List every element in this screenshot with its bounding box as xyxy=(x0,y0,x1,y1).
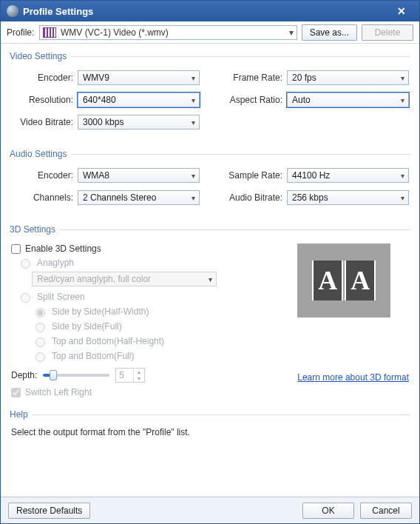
frame-rate-combo[interactable]: 20 fps ▾ xyxy=(287,70,409,85)
footer: Restore Defaults OK Cancel xyxy=(1,497,419,523)
save-as-button[interactable]: Save as... xyxy=(302,24,357,41)
profile-label: Profile: xyxy=(7,27,35,38)
side-half-radio xyxy=(35,308,45,318)
video-settings-group: Video Settings Encoder: WMV9 ▾ Resolutio… xyxy=(10,50,410,141)
cancel-button[interactable]: Cancel xyxy=(360,503,412,519)
resolution-combo[interactable]: 640*480 ▾ xyxy=(78,93,200,107)
enable-3d-label: Enable 3D Settings xyxy=(25,243,101,254)
three-d-preview: A A xyxy=(297,243,390,318)
top-full-label: Top and Bottom(Full) xyxy=(52,351,134,361)
chevron-down-icon: ▾ xyxy=(209,275,212,283)
chevron-down-icon: ▾ xyxy=(401,96,404,104)
cancel-label: Cancel xyxy=(372,505,399,516)
chevron-down-icon: ▾ xyxy=(401,172,404,180)
dialog-window: Profile Settings ✕ Profile: WMV (VC-1) V… xyxy=(0,0,420,524)
slider-thumb-icon xyxy=(50,370,57,380)
chevron-down-icon: ▾ xyxy=(192,172,195,180)
chevron-down-icon: ▾ xyxy=(401,74,404,82)
close-button[interactable]: ✕ xyxy=(390,1,413,21)
save-as-label: Save as... xyxy=(310,27,349,38)
titlebar: Profile Settings ✕ xyxy=(1,1,419,21)
chevron-down-icon: ▾ xyxy=(192,96,195,104)
aspect-ratio-value: Auto xyxy=(292,95,311,105)
anaglyph-mode-combo: Red/cyan anaglyph, full color ▾ xyxy=(32,272,217,286)
chevron-down-icon: ▾ xyxy=(401,194,404,202)
help-legend: Help xyxy=(10,408,28,421)
split-screen-label: Split Screen xyxy=(37,292,85,302)
delete-button: Delete xyxy=(362,24,413,41)
enable-3d-checkbox[interactable] xyxy=(11,244,21,254)
sample-rate-value: 44100 Hz xyxy=(292,170,330,181)
sample-rate-label: Sample Rate: xyxy=(220,170,287,181)
anaglyph-radio xyxy=(21,259,30,269)
depth-value: 5 xyxy=(119,370,124,380)
help-group: Help Select the output format from the "… xyxy=(10,408,410,443)
top-half-radio xyxy=(35,337,45,347)
channels-value: 2 Channels Stereo xyxy=(83,192,156,203)
profile-row: Profile: WMV (VC-1) Video (*.wmv) ▾ Save… xyxy=(1,21,419,44)
audio-bitrate-value: 256 kbps xyxy=(292,192,328,203)
restore-defaults-button[interactable]: Restore Defaults xyxy=(8,503,90,519)
chevron-down-icon: ▾ xyxy=(192,118,195,127)
chevron-down-icon: ▾ xyxy=(192,74,195,82)
switch-left-right-label: Switch Left Right xyxy=(25,387,92,397)
side-half-label: Side by Side(Half-Width) xyxy=(52,306,149,317)
three-d-settings-group: 3D Settings Enable 3D Settings Anaglyph xyxy=(10,223,410,402)
audio-bitrate-label: Audio Bitrate: xyxy=(220,192,287,203)
audio-bitrate-combo[interactable]: 256 kbps ▾ xyxy=(287,190,409,205)
dialog-title: Profile Settings xyxy=(23,6,93,17)
depth-spinner: 5 ▲ ▼ xyxy=(115,368,145,383)
audio-settings-group: Audio Settings Encoder: WMA8 ▾ Channels: xyxy=(10,147,410,217)
three-d-legend: 3D Settings xyxy=(10,223,55,236)
anaglyph-mode-value: Red/cyan anaglyph, full color xyxy=(37,274,151,284)
split-screen-radio xyxy=(21,293,30,303)
anaglyph-label: Anaglyph xyxy=(37,258,74,268)
resolution-value: 640*480 xyxy=(83,95,116,105)
audio-settings-legend: Audio Settings xyxy=(10,147,67,161)
wmv-format-icon xyxy=(43,27,56,38)
preview-right-icon: A xyxy=(345,261,376,300)
profile-select[interactable]: WMV (VC-1) Video (*.wmv) ▾ xyxy=(39,25,297,40)
switch-left-right-checkbox xyxy=(11,388,21,397)
app-icon xyxy=(7,5,18,17)
preview-left-icon: A xyxy=(312,261,343,300)
audio-encoder-combo[interactable]: WMA8 ▾ xyxy=(78,168,200,183)
side-full-label: Side by Side(Full) xyxy=(52,321,122,332)
content-area: Video Settings Encoder: WMV9 ▾ Resolutio… xyxy=(1,44,419,497)
close-icon: ✕ xyxy=(397,5,406,17)
profile-select-value: WMV (VC-1) Video (*.wmv) xyxy=(61,27,169,38)
video-encoder-value: WMV9 xyxy=(83,73,109,83)
delete-label: Delete xyxy=(375,27,401,38)
video-bitrate-label: Video Bitrate: xyxy=(11,117,78,127)
side-full-radio xyxy=(35,323,45,332)
aspect-ratio-combo[interactable]: Auto ▾ xyxy=(287,93,409,107)
depth-label: Depth: xyxy=(11,370,37,380)
video-bitrate-combo[interactable]: 3000 kbps ▾ xyxy=(78,115,200,130)
frame-rate-label: Frame Rate: xyxy=(220,73,287,83)
resolution-label: Resolution: xyxy=(11,95,78,105)
top-half-label: Top and Bottom(Half-Height) xyxy=(52,336,164,346)
frame-rate-value: 20 fps xyxy=(292,73,316,83)
aspect-ratio-label: Aspect Ratio: xyxy=(220,95,287,105)
audio-encoder-label: Encoder: xyxy=(11,170,78,181)
video-encoder-combo[interactable]: WMV9 ▾ xyxy=(78,70,200,85)
top-full-radio xyxy=(35,352,45,362)
help-text: Select the output format from the "Profi… xyxy=(10,421,410,443)
video-settings-legend: Video Settings xyxy=(10,50,67,63)
channels-label: Channels: xyxy=(11,192,78,203)
spinner-up-icon: ▲ xyxy=(134,369,143,375)
video-bitrate-value: 3000 kbps xyxy=(83,117,123,127)
ok-button[interactable]: OK xyxy=(302,503,354,519)
spinner-down-icon: ▼ xyxy=(134,375,143,382)
ok-label: OK xyxy=(322,505,334,516)
sample-rate-combo[interactable]: 44100 Hz ▾ xyxy=(287,168,409,183)
channels-combo[interactable]: 2 Channels Stereo ▾ xyxy=(78,190,200,205)
audio-encoder-value: WMA8 xyxy=(83,170,109,181)
restore-defaults-label: Restore Defaults xyxy=(16,505,82,516)
chevron-down-icon: ▾ xyxy=(192,194,195,202)
learn-more-link[interactable]: Learn more about 3D format xyxy=(297,372,409,383)
video-encoder-label: Encoder: xyxy=(11,73,78,83)
chevron-down-icon: ▾ xyxy=(289,27,294,38)
depth-slider xyxy=(43,374,109,377)
